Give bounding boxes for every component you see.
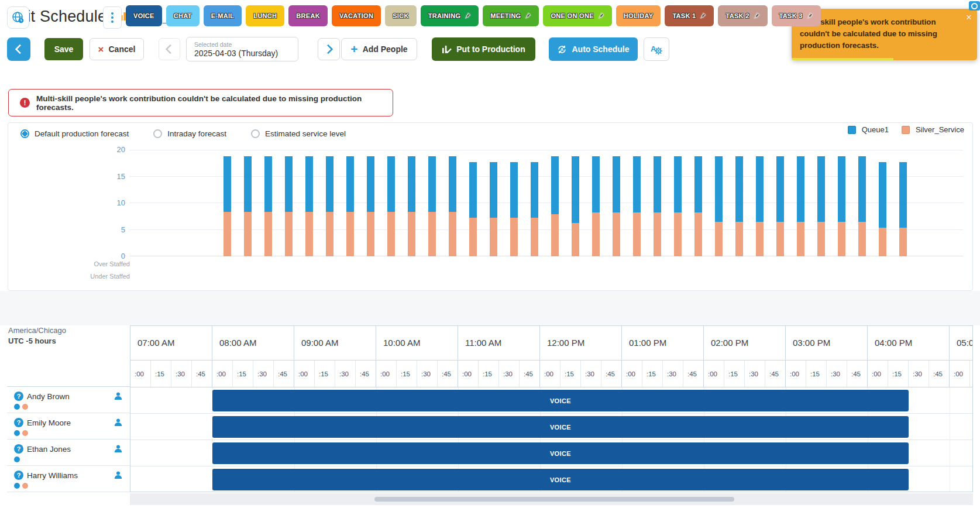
quarter-header-cell[interactable]: :15 bbox=[397, 361, 417, 387]
shift-bar-voice[interactable]: VOICE bbox=[212, 469, 909, 490]
hour-header-cell[interactable]: 02:00 PM bbox=[704, 326, 786, 360]
activity-chip-sick[interactable]: SICK bbox=[385, 5, 416, 26]
person-icon[interactable] bbox=[114, 418, 123, 427]
activity-chip-task-2[interactable]: TASK 2 bbox=[718, 5, 767, 26]
quarter-header-cell[interactable]: :15 bbox=[151, 361, 171, 387]
selected-date-field[interactable]: Selected date 2025-04-03 (Thursday) bbox=[186, 37, 298, 61]
quarter-header-cell[interactable]: :00 bbox=[458, 361, 479, 387]
radio-icon[interactable] bbox=[251, 129, 260, 138]
quarter-header-cell[interactable]: :30 bbox=[417, 361, 438, 387]
quarter-header-cell[interactable]: :45 bbox=[683, 361, 704, 387]
quarter-header-cell[interactable]: :30 bbox=[663, 361, 683, 387]
quarter-header-cell[interactable]: :45 bbox=[765, 361, 786, 387]
activity-chip-task-1[interactable]: TASK 1 bbox=[665, 5, 714, 26]
quarter-header-cell[interactable]: :00 bbox=[130, 361, 151, 387]
quarter-header-cell[interactable]: :00 bbox=[376, 361, 397, 387]
toast-close-icon[interactable]: × bbox=[966, 12, 972, 22]
quarter-header-cell[interactable]: :15 bbox=[233, 361, 253, 387]
timeline-menu-button[interactable] bbox=[103, 6, 122, 29]
quarter-header-cell[interactable]: :00 bbox=[622, 361, 642, 387]
shift-bar-voice[interactable]: VOICE bbox=[212, 442, 909, 464]
activity-chip-e-mail[interactable]: E-MAIL bbox=[204, 5, 242, 26]
quarter-header-cell[interactable]: :00 bbox=[868, 361, 888, 387]
quarter-header-cell[interactable]: :45 bbox=[274, 361, 294, 387]
hour-header-cell[interactable]: 01:00 PM bbox=[622, 326, 704, 360]
radio-selected-icon[interactable] bbox=[20, 129, 29, 138]
quarter-header-cell[interactable]: :45 bbox=[438, 361, 458, 387]
activity-chip-break[interactable]: BREAK bbox=[288, 5, 328, 26]
quarter-header-cell[interactable]: :30 bbox=[171, 361, 192, 387]
save-button[interactable]: Save bbox=[44, 38, 83, 60]
quarter-header-cell[interactable]: :45 bbox=[520, 361, 540, 387]
hour-header-cell[interactable]: 07:00 AM bbox=[130, 326, 212, 360]
help-question-icon[interactable]: ? bbox=[14, 444, 23, 454]
quarter-header-cell[interactable]: :15 bbox=[888, 361, 909, 387]
forecast-option[interactable]: Default production forecast bbox=[20, 129, 129, 138]
add-people-button[interactable]: + Add People bbox=[341, 38, 417, 60]
quarter-header-cell[interactable]: :30 bbox=[745, 361, 765, 387]
quarter-header-cell[interactable]: :30 bbox=[581, 361, 601, 387]
hour-header-cell[interactable]: 12:00 PM bbox=[540, 326, 622, 360]
quarter-header-cell[interactable]: :30 bbox=[499, 361, 520, 387]
scrollbar-thumb[interactable] bbox=[374, 497, 734, 502]
forecast-option[interactable]: Intraday forecast bbox=[153, 129, 226, 138]
cancel-button[interactable]: × Cancel bbox=[90, 38, 144, 60]
quarter-header-cell[interactable]: :15 bbox=[642, 361, 663, 387]
shift-bar-voice[interactable]: VOICE bbox=[212, 390, 909, 411]
previous-date-button[interactable] bbox=[159, 38, 180, 60]
person-icon[interactable] bbox=[114, 392, 123, 401]
person-icon[interactable] bbox=[114, 444, 123, 454]
quarter-header-cell[interactable]: :15 bbox=[561, 361, 581, 387]
activity-chip-chat[interactable]: CHAT bbox=[166, 5, 200, 26]
forecast-option[interactable]: Estimated service level bbox=[251, 129, 346, 138]
help-question-icon[interactable]: ? bbox=[14, 471, 23, 480]
back-button[interactable] bbox=[7, 37, 30, 61]
screenshot-extension-icon[interactable] bbox=[969, 1, 980, 11]
quarter-header-cell[interactable]: :00 bbox=[950, 361, 970, 387]
quarter-header-cell[interactable]: :00 bbox=[786, 361, 806, 387]
quarter-header-cell[interactable]: :45 bbox=[601, 361, 622, 387]
quarter-header-cell[interactable]: :15 bbox=[315, 361, 335, 387]
quarter-header-cell[interactable]: :00 bbox=[540, 361, 561, 387]
quarter-header-cell[interactable]: :30 bbox=[909, 361, 929, 387]
hour-header-cell[interactable]: 03:00 PM bbox=[786, 326, 868, 360]
hour-header-cell[interactable]: 09:00 AM bbox=[294, 326, 376, 360]
quarter-header-cell[interactable]: :00 bbox=[704, 361, 724, 387]
put-to-production-button[interactable]: Put to Production bbox=[432, 37, 535, 61]
quarter-header-cell[interactable]: :30 bbox=[335, 361, 356, 387]
quarter-header-cell[interactable]: :00 bbox=[212, 361, 233, 387]
hour-header-cell[interactable]: 11:00 AM bbox=[458, 326, 540, 360]
quarter-header-cell[interactable]: :45 bbox=[192, 361, 212, 387]
shift-bar-voice[interactable]: VOICE bbox=[212, 416, 909, 438]
quarter-header-cell[interactable]: :15 bbox=[479, 361, 499, 387]
activity-chip-vacation[interactable]: VACATION bbox=[332, 5, 381, 26]
activity-chip-training[interactable]: TRAINING bbox=[421, 5, 479, 26]
quarter-header-cell[interactable]: :45 bbox=[356, 361, 376, 387]
hour-header-cell[interactable]: 10:00 AM bbox=[376, 326, 458, 360]
quarter-header-cell[interactable]: :15 bbox=[806, 361, 827, 387]
activity-chip-one-on-one[interactable]: ONE ON ONE bbox=[543, 5, 611, 26]
activity-chip-meeting[interactable]: MEETING bbox=[483, 5, 539, 26]
help-question-icon[interactable]: ? bbox=[14, 418, 23, 427]
radio-icon[interactable] bbox=[153, 129, 162, 138]
quarter-header-cell[interactable]: :45 bbox=[847, 361, 868, 387]
quarter-header-cell[interactable]: :30 bbox=[827, 361, 847, 387]
activity-chip-task-3[interactable]: TASK 3 bbox=[772, 5, 821, 26]
quarter-header-cell[interactable]: :30 bbox=[253, 361, 274, 387]
hour-header-cell[interactable]: 05:00 PM bbox=[950, 326, 973, 360]
auto-schedule-button[interactable]: A Auto Schedule bbox=[549, 37, 638, 61]
quarter-header-cell[interactable]: :45 bbox=[929, 361, 950, 387]
timezone-button[interactable] bbox=[7, 6, 29, 29]
next-date-button[interactable] bbox=[318, 38, 340, 60]
help-question-icon[interactable]: ? bbox=[14, 392, 23, 401]
activity-chip-lunch[interactable]: LUNCH bbox=[246, 5, 284, 26]
person-icon[interactable] bbox=[114, 471, 123, 480]
quarter-header-cell[interactable]: :00 bbox=[294, 361, 315, 387]
hour-header-cell[interactable]: 04:00 PM bbox=[868, 326, 950, 360]
hour-header-cell[interactable]: 08:00 AM bbox=[212, 326, 294, 360]
activity-chip-holiday[interactable]: HOLIDAY bbox=[616, 5, 661, 26]
activity-chip-voice[interactable]: VOICE bbox=[126, 5, 162, 26]
auto-schedule-settings-button[interactable]: A bbox=[644, 37, 669, 61]
quarter-header-cell[interactable]: :15 bbox=[724, 361, 745, 387]
quarter-header-cell[interactable]: :15 bbox=[970, 361, 973, 387]
